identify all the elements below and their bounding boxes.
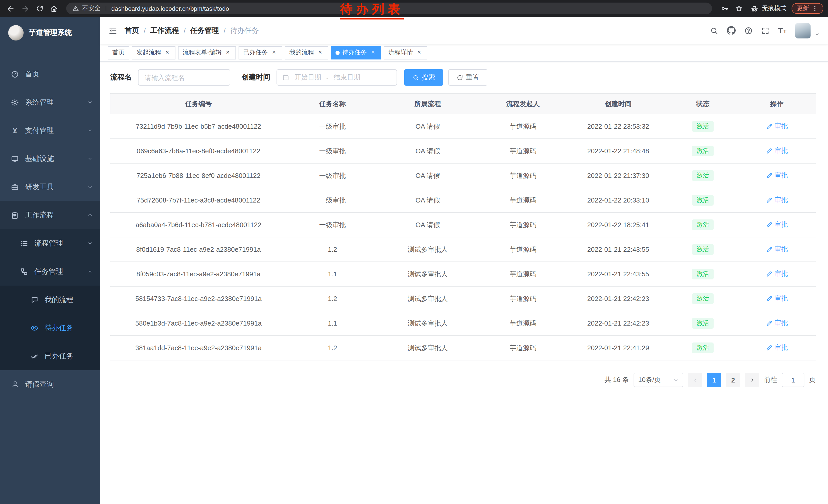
tab-label: 流程详情 [388,48,413,57]
end-date-placeholder: 结束日期 [334,73,360,82]
tab-close-icon[interactable]: × [416,49,423,56]
approve-label: 审批 [775,146,788,155]
prev-page-button[interactable] [688,373,702,387]
sidebar-item-home[interactable]: 首页 [0,60,100,88]
reset-button[interactable]: 重置 [448,69,487,86]
sidebar-item-done-tasks[interactable]: 已办任务 [0,342,100,370]
font-size-icon[interactable]: TT [778,26,786,35]
sidebar-item-devtools[interactable]: 研发工具 [0,173,100,201]
sidebar-item-task-mgmt[interactable]: 任务管理 [0,258,100,286]
sidebar-item-infra[interactable]: 基础设施 [0,145,100,173]
process-name: OA 请假 [378,213,477,237]
page-size-select[interactable]: 10条/页 [633,373,683,387]
tab[interactable]: 我的流程 × [285,46,328,59]
tab[interactable]: 待办任务 × [331,46,381,59]
search-button[interactable]: 搜索 [404,69,443,86]
sidebar-item-system[interactable]: 系统管理 [0,88,100,117]
status-badge: 激活 [692,195,714,205]
initiator: 芋道源码 [477,188,569,213]
task-name: 1.2 [287,286,379,311]
goto-page-input[interactable] [782,373,804,387]
process-name-input[interactable] [145,74,224,81]
tab[interactable]: 首页 [108,46,129,59]
process-name: OA 请假 [378,139,477,163]
app-logo-row[interactable]: 芋道管理系统 [0,17,100,49]
task-id: 580e1b3d-7ac8-11ec-a9e2-a2380e71991a [110,311,287,335]
approve-link[interactable]: 审批 [766,319,788,328]
url-text: dashboard.yudao.iocoder.cn/bpm/task/todo [111,5,229,12]
yen-icon: ¥ [10,127,19,134]
help-icon[interactable] [744,27,752,35]
range-separator: - [326,74,329,81]
approve-label: 审批 [775,269,788,279]
created-time: 2022-01-22 20:33:10 [569,188,668,213]
tab[interactable]: 流程表单-编辑 × [178,46,236,59]
tab-close-icon[interactable]: × [164,49,171,56]
sidebar-item-payment[interactable]: ¥ 支付管理 [0,117,100,145]
caret-down-icon[interactable] [815,32,820,38]
process-name: OA 请假 [378,163,477,188]
table-row: 725a1eb6-7b88-11ec-8ef0-acde48001122 一级审… [110,163,816,188]
refresh-icon[interactable] [33,2,46,15]
gear-icon [10,98,19,106]
edit-icon [766,320,773,327]
start-date-placeholder: 开始日期 [294,73,321,82]
sidebar-item-todo-tasks[interactable]: 待办任务 [0,314,100,342]
approve-link[interactable]: 审批 [766,196,788,205]
app-title: 芋道管理系统 [29,28,72,37]
approve-link[interactable]: 审批 [766,269,788,279]
date-range-picker[interactable]: 开始日期 - 结束日期 [277,69,397,86]
page-button-1[interactable]: 1 [707,373,721,387]
home-icon[interactable] [48,2,60,15]
key-icon[interactable] [718,2,731,15]
page-button-2[interactable]: 2 [726,373,740,387]
star-icon[interactable] [733,2,745,15]
sidebar-fold-icon[interactable] [108,26,118,35]
edit-icon [766,197,773,203]
tab[interactable]: 发起流程 × [132,46,175,59]
approve-link[interactable]: 审批 [766,220,788,229]
approve-link[interactable]: 审批 [766,245,788,254]
process-name-field [138,69,230,86]
tab[interactable]: 流程详情 × [384,46,427,59]
warning-icon [72,5,79,12]
sidebar-item-leave-query[interactable]: 请假查询 [0,370,100,398]
table-row: 381aa1dd-7ac8-11ec-a9e2-a2380e71991a 1.2… [110,335,816,360]
tab[interactable]: 已办任务 × [239,46,282,59]
tab-close-icon[interactable]: × [224,49,232,56]
sidebar-item-my-process[interactable]: 我的流程 [0,286,100,314]
annotation-text: 待办列表 [340,2,404,19]
breadcrumb-home[interactable]: 首页 [125,26,139,35]
sidebar-item-workflow[interactable]: 工作流程 [0,201,100,229]
back-icon[interactable] [5,2,17,15]
sidebar-item-process-mgmt[interactable]: 流程管理 [0,229,100,258]
breadcrumb: 首页 / 工作流程 / 任务管理 / 待办任务 [125,26,259,35]
tab-close-icon[interactable]: × [369,49,377,56]
approve-link[interactable]: 审批 [766,294,788,303]
goto-label: 前往 [764,375,777,384]
edit-icon [766,123,773,130]
update-button[interactable]: 更新 [792,3,823,14]
incognito-badge: 无痕模式 [750,4,786,13]
fullscreen-icon[interactable] [761,27,769,35]
approve-link[interactable]: 审批 [766,343,788,353]
next-page-button[interactable] [745,373,759,387]
more-menu-icon[interactable] [812,5,818,12]
approve-link[interactable]: 审批 [766,146,788,155]
tab-close-icon[interactable]: × [317,49,324,56]
approve-link[interactable]: 审批 [766,171,788,180]
task-name: 1.2 [287,335,379,360]
page-content: 流程名 创建时间 开始日期 - 结束日期 搜索 [100,61,828,504]
breadcrumb-workflow[interactable]: 工作流程 [150,26,179,35]
breadcrumb-task-mgmt[interactable]: 任务管理 [190,26,219,35]
created-time: 2022-01-22 21:37:30 [569,163,668,188]
github-icon[interactable] [727,26,735,35]
tab-close-icon[interactable]: × [271,49,278,56]
approve-link[interactable]: 审批 [766,122,788,131]
forward-icon[interactable] [19,2,31,15]
approve-label: 审批 [775,171,788,180]
avatar[interactable] [795,23,811,38]
search-icon[interactable] [710,27,718,35]
task-name: 一级审批 [287,188,379,213]
table-row: a6aba0a4-7b6d-11ec-b781-acde48001122 一级审… [110,213,816,237]
